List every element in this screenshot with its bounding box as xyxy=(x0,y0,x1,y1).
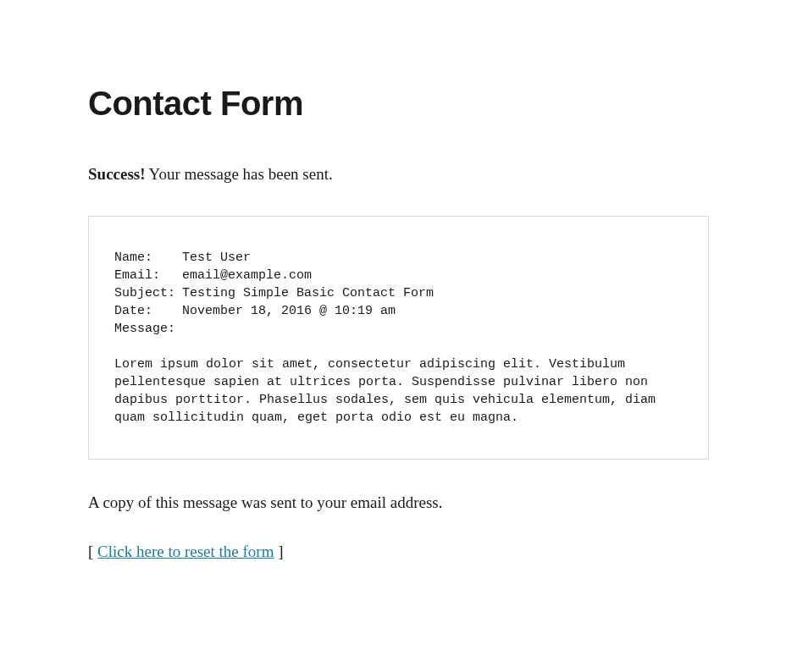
success-bold: Success! xyxy=(88,165,146,183)
copy-notice: A copy of this message was sent to your … xyxy=(88,493,709,512)
field-value-date: November 18, 2016 @ 10:19 am xyxy=(182,302,683,320)
field-label-message: Message: xyxy=(114,320,182,338)
field-label-name: Name: xyxy=(114,249,182,267)
field-label-date: Date: xyxy=(114,302,182,320)
submission-summary-box: Name: Test User Email: email@example.com… xyxy=(88,216,709,460)
success-message: Success! Your message has been sent. xyxy=(88,165,709,184)
page-title: Contact Form xyxy=(88,85,709,123)
field-row-email: Email: email@example.com xyxy=(114,267,683,284)
field-row-name: Name: Test User xyxy=(114,249,683,267)
message-body: Lorem ipsum dolor sit amet, consectetur … xyxy=(114,355,683,427)
bracket-left: [ xyxy=(88,543,97,560)
bracket-right: ] xyxy=(274,543,283,560)
field-value-email: email@example.com xyxy=(182,267,683,284)
reset-line: [ Click here to reset the form ] xyxy=(88,543,709,561)
field-row-date: Date: November 18, 2016 @ 10:19 am xyxy=(114,302,683,320)
field-label-email: Email: xyxy=(114,267,182,284)
field-row-subject: Subject: Testing Simple Basic Contact Fo… xyxy=(114,284,683,302)
reset-form-link[interactable]: Click here to reset the form xyxy=(97,543,274,560)
field-label-subject: Subject: xyxy=(114,284,182,302)
field-row-message-label: Message: xyxy=(114,320,683,338)
field-value-subject: Testing Simple Basic Contact Form xyxy=(182,284,683,302)
success-text: Your message has been sent. xyxy=(146,165,333,183)
field-value-name: Test User xyxy=(182,249,683,267)
